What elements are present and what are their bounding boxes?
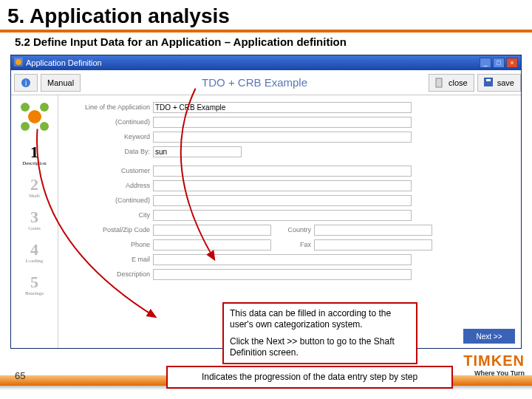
window-close-button[interactable]: × <box>506 58 518 68</box>
field-label: (Continued) <box>64 197 150 204</box>
app-icon <box>14 58 23 68</box>
title-divider <box>0 30 532 33</box>
svg-rect-5 <box>484 78 493 86</box>
phone-input[interactable] <box>153 239 271 250</box>
address2-input[interactable] <box>153 195 412 206</box>
callout-categorization: This data can be filled in according to … <box>222 302 417 364</box>
app-window: Application Definition _ □ × i Manual TD… <box>10 55 522 349</box>
callout-progression: Indicates the progression of the data en… <box>166 366 453 389</box>
customer-input[interactable] <box>153 166 412 177</box>
postal-input[interactable] <box>153 225 271 236</box>
field-label: Country <box>274 226 311 233</box>
field-label: Phone <box>64 241 150 248</box>
field-label: Address <box>64 182 150 189</box>
email-input[interactable] <box>153 254 412 265</box>
step-2[interactable]: 2Shaft <box>11 171 58 203</box>
info-icon: i <box>21 78 31 88</box>
field-label: (Continued) <box>64 118 150 126</box>
svg-point-9 <box>40 103 49 112</box>
disk-icon <box>484 78 494 88</box>
field-label: Description <box>64 270 150 278</box>
address-input[interactable] <box>153 180 412 191</box>
toolbar: i Manual TDO + CRB Example close save <box>11 70 521 95</box>
section-subtitle: 5.2 Define Input Data for an Application… <box>0 35 532 52</box>
svg-point-8 <box>21 103 30 112</box>
field-label: E mail <box>64 256 150 263</box>
page-title: 5. Application analysis <box>0 0 532 28</box>
brand-logo: TIMKEN <box>463 352 525 369</box>
svg-point-11 <box>40 122 49 131</box>
description-input[interactable] <box>153 269 412 280</box>
data-by-input[interactable] <box>153 146 242 157</box>
field-label: City <box>64 211 150 219</box>
info-button[interactable]: i <box>14 74 38 92</box>
window-title: Application Definition <box>26 58 102 67</box>
next-button[interactable]: Next >> <box>463 329 515 344</box>
step-1[interactable]: 1Description <box>11 138 58 171</box>
svg-point-1 <box>16 59 21 65</box>
fax-input[interactable] <box>314 239 432 250</box>
field-label: Keyword <box>64 133 150 140</box>
svg-rect-4 <box>436 78 442 87</box>
step-3[interactable]: 3Gears <box>11 203 58 236</box>
minimize-button[interactable]: _ <box>480 58 491 68</box>
manual-button[interactable]: Manual <box>41 74 81 92</box>
save-button[interactable]: save <box>477 74 521 92</box>
wizard-steps: 1Description 2Shaft 3Gears 4Loading 5Bea… <box>11 95 58 348</box>
field-label: Line of the Application <box>64 103 150 111</box>
svg-text:i: i <box>25 79 27 87</box>
step-5[interactable]: 5Bearings <box>11 268 58 301</box>
country-input[interactable] <box>314 225 432 236</box>
brand-tagline: Where You Turn <box>463 369 525 377</box>
city-input[interactable] <box>153 210 412 221</box>
document-title: TDO + CRB Example <box>81 76 429 89</box>
svg-rect-6 <box>486 79 491 81</box>
field-label: Fax <box>274 241 311 248</box>
svg-point-10 <box>21 122 30 131</box>
field-label: Customer <box>64 167 150 174</box>
line-of-app-input[interactable] <box>153 102 412 113</box>
wizard-icon <box>11 95 58 138</box>
maximize-button[interactable]: □ <box>493 58 505 68</box>
close-button[interactable]: close <box>429 74 474 92</box>
field-label: Data By: <box>64 148 150 155</box>
svg-point-7 <box>28 110 41 123</box>
step-4[interactable]: 4Loading <box>11 236 58 268</box>
keyword-input[interactable] <box>153 132 412 143</box>
continued-input[interactable] <box>153 117 412 128</box>
field-label: Postal/Zip Code <box>64 226 150 233</box>
door-icon <box>435 78 446 88</box>
